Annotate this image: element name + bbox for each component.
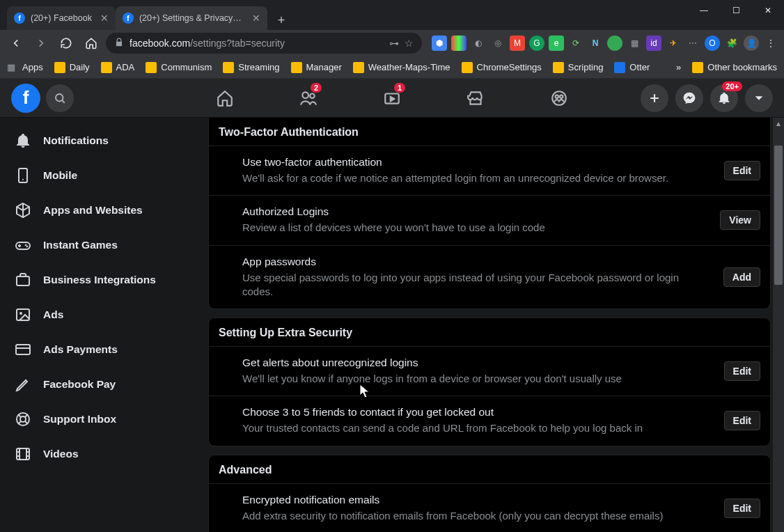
extension-icon[interactable]: ✈	[666, 36, 681, 51]
facebook-logo-icon[interactable]: f	[11, 84, 40, 113]
bookmark-folder[interactable]: Manager	[291, 62, 342, 73]
profile-avatar-icon[interactable]: 👤	[744, 36, 759, 51]
settings-row[interactable]: Get alerts about unrecognized loginsWe'l…	[209, 346, 770, 396]
groups-tab[interactable]	[521, 79, 597, 118]
settings-row[interactable]: Choose 3 to 5 friends to contact if you …	[209, 396, 770, 445]
folder-icon	[291, 62, 302, 73]
marketplace-tab[interactable]	[437, 79, 514, 118]
bookmark-folder[interactable]: Weather-Maps-Time	[353, 62, 450, 73]
back-button[interactable]	[6, 33, 26, 54]
sidebar-item-support-inbox[interactable]: Support Inbox	[6, 402, 189, 437]
home-tab[interactable]	[187, 79, 263, 118]
edit-button[interactable]: Edit	[724, 361, 760, 381]
extension-icon[interactable]: O	[705, 36, 720, 51]
view-button[interactable]: View	[720, 210, 760, 230]
extension-icon[interactable]: ◎	[490, 36, 505, 51]
sidebar-item-ads-payments[interactable]: Ads Payments	[6, 332, 189, 367]
key-icon[interactable]: ⊶	[389, 38, 399, 49]
scroll-up-icon[interactable]: ▲	[773, 118, 784, 129]
edit-button[interactable]: Edit	[724, 161, 760, 180]
friends-tab[interactable]: 2	[270, 79, 347, 118]
window-maximize-button[interactable]: ☐	[720, 0, 752, 21]
search-button[interactable]	[46, 84, 74, 112]
evernote-icon[interactable]: e	[549, 36, 564, 51]
row-title: Authorized Logins	[242, 205, 709, 218]
create-button[interactable]	[641, 84, 668, 112]
extension-icon[interactable]: ⬢	[432, 36, 447, 51]
new-tab-button[interactable]: +	[272, 10, 291, 30]
settings-sidebar: NotificationsMobileApps and WebsitesInst…	[0, 118, 195, 532]
gmail-icon[interactable]: M	[510, 36, 525, 51]
sidebar-item-facebook-pay[interactable]: Facebook Pay	[6, 367, 189, 402]
home-button[interactable]	[81, 33, 102, 54]
extensions-puzzle-icon[interactable]: 🧩	[724, 36, 739, 51]
account-menu-button[interactable]	[745, 84, 773, 112]
sidebar-item-mobile[interactable]: Mobile	[6, 158, 189, 193]
bookmark-folder[interactable]: Scripting	[553, 62, 604, 73]
row-title: Choose 3 to 5 friends to contact if you …	[242, 406, 713, 418]
settings-row[interactable]: Encrypted notification emailsAdd extra s…	[209, 483, 770, 533]
sidebar-item-label: Support Inbox	[43, 413, 116, 425]
extension-icon[interactable]: ⟳	[568, 36, 583, 51]
settings-row[interactable]: App passwordsUse special passwords to lo…	[209, 245, 770, 309]
extension-icon[interactable]: G	[529, 36, 544, 51]
row-title: Get alerts about unrecognized logins	[242, 357, 713, 369]
settings-section: Setting Up Extra SecurityGet alerts abou…	[209, 318, 770, 446]
notifications-button[interactable]: 20+	[710, 84, 738, 112]
sidebar-item-label: Instant Games	[43, 239, 118, 251]
extension-icon[interactable]: ⋯	[685, 36, 700, 51]
facebook-body: NotificationsMobileApps and WebsitesInst…	[0, 118, 784, 532]
settings-row[interactable]: Authorized LoginsReview a list of device…	[209, 195, 770, 244]
browser-tab[interactable]: f (20+) Settings & Privacy | Facebo… ✕	[116, 6, 267, 30]
sidebar-item-instant-games[interactable]: Instant Games	[6, 228, 189, 263]
add-button[interactable]: Add	[723, 267, 760, 287]
edit-button[interactable]: Edit	[724, 499, 760, 518]
bookmark-label: Weather-Maps-Time	[368, 62, 450, 72]
address-bar[interactable]: facebook.com/settings?tab=security ⊶ ☆	[106, 33, 422, 54]
sidebar-item-ads[interactable]: Ads	[6, 297, 189, 332]
window-minimize-button[interactable]: —	[688, 0, 720, 21]
bookmark-folder[interactable]: Daily	[54, 62, 90, 73]
bookmark-folder[interactable]: ADA	[101, 62, 135, 73]
extensions-row: ⬢ ◐ ◎ M G e ⟳ N ▦ id ✈ ⋯ O 🧩 👤 ⋮	[432, 36, 778, 51]
window-close-button[interactable]: ✕	[752, 0, 784, 21]
cube-icon	[13, 200, 33, 221]
bookmark-folder[interactable]: Streaming	[223, 62, 279, 73]
other-bookmarks[interactable]: Other bookmarks	[692, 62, 777, 73]
sidebar-item-label: Ads Payments	[43, 343, 118, 356]
extension-icon[interactable]	[451, 36, 467, 51]
reload-button[interactable]	[56, 33, 77, 54]
close-tab-icon[interactable]: ✕	[252, 13, 260, 24]
bookmark-folder[interactable]: ChromeSettings	[462, 62, 542, 73]
svg-point-0	[56, 94, 63, 102]
chrome-menu-icon[interactable]: ⋮	[763, 36, 778, 51]
watch-tab[interactable]: 1	[354, 79, 430, 118]
bookmark-favicon-icon	[614, 62, 625, 73]
star-icon[interactable]: ☆	[405, 38, 414, 49]
forward-button[interactable]	[31, 33, 52, 54]
messenger-button[interactable]	[675, 84, 703, 112]
extension-icon[interactable]: N	[588, 36, 603, 51]
bookmarks-overflow[interactable]: »	[676, 62, 681, 72]
page-scrollbar[interactable]: ▲	[773, 118, 784, 532]
sidebar-item-label: Mobile	[43, 169, 77, 182]
folder-icon	[353, 62, 364, 73]
sidebar-item-apps-and-websites[interactable]: Apps and Websites	[6, 193, 189, 228]
settings-main[interactable]: Two-Factor AuthenticationUse two-factor …	[195, 118, 784, 532]
settings-row[interactable]: Use two-factor authenticationWe'll ask f…	[209, 146, 770, 195]
scroll-thumb[interactable]	[774, 146, 783, 285]
close-tab-icon[interactable]: ✕	[100, 13, 109, 24]
sidebar-item-business-integrations[interactable]: Business Integrations	[6, 263, 189, 297]
apps-shortcut[interactable]: ▦Apps	[7, 62, 43, 73]
edit-button[interactable]: Edit	[724, 411, 760, 430]
sidebar-item-videos[interactable]: Videos	[6, 437, 189, 471]
extension-icon[interactable]: id	[646, 36, 661, 51]
sidebar-item-notifications[interactable]: Notifications	[6, 123, 189, 158]
bookmark-item[interactable]: Otter	[614, 62, 650, 73]
tab-title: (20+) Facebook	[31, 13, 92, 23]
browser-tab[interactable]: f (20+) Facebook ✕	[7, 6, 116, 30]
extension-icon[interactable]: ▦	[627, 36, 642, 51]
bookmark-folder[interactable]: Communism	[146, 62, 212, 73]
extension-icon[interactable]: ◐	[471, 36, 486, 51]
extension-icon[interactable]	[607, 36, 622, 51]
